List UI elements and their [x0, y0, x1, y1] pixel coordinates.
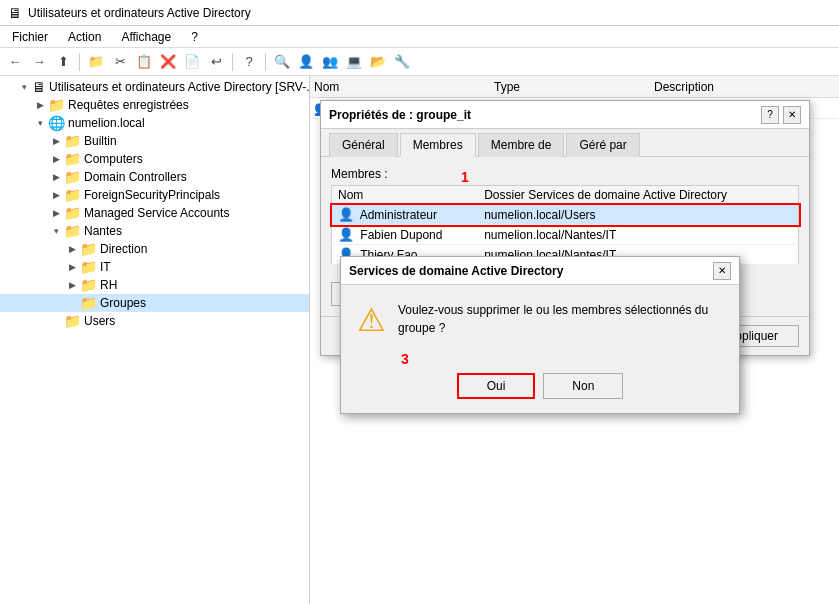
member-icon-admin: 👤: [338, 207, 354, 222]
expander-it[interactable]: ▶: [64, 262, 80, 272]
expander-builtin[interactable]: ▶: [48, 136, 64, 146]
tab-membre-de[interactable]: Membre de: [478, 133, 565, 157]
toolbar-user[interactable]: 👤: [295, 51, 317, 73]
confirm-body: ⚠ Voulez-vous supprimer le ou les membre…: [341, 285, 739, 351]
annotation-3: 3: [401, 351, 739, 367]
tree-label-users: Users: [84, 314, 115, 328]
dialog-help-btn[interactable]: ?: [761, 106, 779, 124]
tree-item-saved-queries[interactable]: ▶ 📁 Requêtes enregistrées: [0, 96, 309, 114]
confirm-message: Voulez-vous supprimer le ou les membres …: [398, 301, 708, 337]
expander-foreign[interactable]: ▶: [48, 190, 64, 200]
expander-nantes[interactable]: ▾: [48, 226, 64, 236]
tree-label-groupes: Groupes: [100, 296, 146, 310]
toolbar-copy[interactable]: 📋: [133, 51, 155, 73]
tree-label-computers: Computers: [84, 152, 143, 166]
menu-affichage[interactable]: Affichage: [113, 28, 179, 46]
toolbar: ← → ⬆ 📁 ✂ 📋 ❌ 📄 ↩ ? 🔍 👤 👥 💻 📂 🔧: [0, 48, 839, 76]
expander-root[interactable]: ▾: [16, 82, 32, 92]
tree-item-managed[interactable]: ▶ 📁 Managed Service Accounts: [0, 204, 309, 222]
tree-item-rh[interactable]: ▶ 📁 RH: [0, 276, 309, 294]
tree-item-domain-controllers[interactable]: ▶ 📁 Domain Controllers: [0, 168, 309, 186]
toolbar-help[interactable]: ?: [238, 51, 260, 73]
expander-saved[interactable]: ▶: [32, 100, 48, 110]
confirm-dialog: Services de domaine Active Directory ✕ ⚠…: [340, 256, 740, 414]
tab-bar: Général Membres Membre de Géré par: [321, 129, 809, 157]
toolbar-cut[interactable]: ✂: [109, 51, 131, 73]
member-row-fabien[interactable]: 👤 Fabien Dupond numelion.local/Nantes/IT: [332, 225, 799, 245]
toolbar-computer[interactable]: 💻: [343, 51, 365, 73]
toolbar-properties[interactable]: 📄: [181, 51, 203, 73]
managed-icon: 📁: [64, 205, 81, 221]
toolbar-back[interactable]: ←: [4, 51, 26, 73]
root-icon: 🖥: [32, 79, 46, 95]
title-bar: 🖥 Utilisateurs et ordinateurs Active Dir…: [0, 0, 839, 26]
toolbar-refresh[interactable]: ↩: [205, 51, 227, 73]
menu-bar: Fichier Action Affichage ?: [0, 26, 839, 48]
tab-general[interactable]: Général: [329, 133, 398, 157]
toolbar-group[interactable]: 👥: [319, 51, 341, 73]
numelion-icon: 🌐: [48, 115, 65, 131]
dialog-controls: ? ✕: [761, 106, 801, 124]
main-layout: ▾ 🖥 Utilisateurs et ordinateurs Active D…: [0, 76, 839, 604]
users-icon: 📁: [64, 313, 81, 329]
confirm-titlebar: Services de domaine Active Directory ✕: [341, 257, 739, 285]
tree-item-numelion[interactable]: ▾ 🌐 numelion.local: [0, 114, 309, 132]
toolbar-filter[interactable]: 🔧: [391, 51, 413, 73]
tree-label-foreign: ForeignSecurityPrincipals: [84, 188, 220, 202]
tree-item-computers[interactable]: ▶ 📁 Computers: [0, 150, 309, 168]
tree-item-builtin[interactable]: ▶ 📁 Builtin: [0, 132, 309, 150]
toolbar-up[interactable]: ⬆: [52, 51, 74, 73]
non-button[interactable]: Non: [543, 373, 623, 399]
dialog-close-btn[interactable]: ✕: [783, 106, 801, 124]
tree-label-direction: Direction: [100, 242, 147, 256]
tree-label-it: IT: [100, 260, 111, 274]
expander-direction[interactable]: ▶: [64, 244, 80, 254]
annotation-1: 1: [461, 169, 469, 185]
toolbar-ou[interactable]: 📂: [367, 51, 389, 73]
member-row-administrateur[interactable]: 👤 Administrateur numelion.local/Users: [332, 205, 799, 225]
toolbar-folder[interactable]: 📁: [85, 51, 107, 73]
menu-help[interactable]: ?: [183, 28, 206, 46]
tree-item-nantes[interactable]: ▾ 📁 Nantes: [0, 222, 309, 240]
expander-dc[interactable]: ▶: [48, 172, 64, 182]
confirm-close-btn[interactable]: ✕: [713, 262, 731, 280]
tree-item-direction[interactable]: ▶ 📁 Direction: [0, 240, 309, 258]
toolbar-search[interactable]: 🔍: [271, 51, 293, 73]
member-name-administrateur: 👤 Administrateur: [332, 205, 479, 225]
tree-item-groupes[interactable]: 📁 Groupes: [0, 294, 309, 312]
member-name-fabien: 👤 Fabien Dupond: [332, 225, 479, 245]
tab-membres[interactable]: Membres: [400, 133, 476, 157]
properties-titlebar: Propriétés de : groupe_it ? ✕: [321, 101, 809, 129]
tab-gere-par[interactable]: Géré par: [566, 133, 639, 157]
toolbar-delete[interactable]: ❌: [157, 51, 179, 73]
saved-queries-icon: 📁: [48, 97, 65, 113]
app-title: Utilisateurs et ordinateurs Active Direc…: [28, 6, 251, 20]
tree-item-root[interactable]: ▾ 🖥 Utilisateurs et ordinateurs Active D…: [0, 78, 309, 96]
tree-item-it[interactable]: ▶ 📁 IT: [0, 258, 309, 276]
app-icon: 🖥: [8, 5, 22, 21]
toolbar-forward[interactable]: →: [28, 51, 50, 73]
modal-overlay: Propriétés de : groupe_it ? ✕ Général Me…: [310, 76, 839, 604]
menu-action[interactable]: Action: [60, 28, 109, 46]
tree-label-managed: Managed Service Accounts: [84, 206, 229, 220]
toolbar-sep2: [232, 53, 233, 71]
tree-item-foreign[interactable]: ▶ 📁 ForeignSecurityPrincipals: [0, 186, 309, 204]
direction-icon: 📁: [80, 241, 97, 257]
expander-numelion[interactable]: ▾: [32, 118, 48, 128]
confirm-buttons: Oui Non: [341, 373, 739, 413]
oui-button[interactable]: Oui: [457, 373, 536, 399]
member-icon-fabien: 👤: [338, 227, 354, 242]
tree-label-dc: Domain Controllers: [84, 170, 187, 184]
menu-fichier[interactable]: Fichier: [4, 28, 56, 46]
expander-rh[interactable]: ▶: [64, 280, 80, 290]
expander-computers[interactable]: ▶: [48, 154, 64, 164]
expander-managed[interactable]: ▶: [48, 208, 64, 218]
groupes-icon: 📁: [80, 295, 97, 311]
tree-item-users[interactable]: 📁 Users: [0, 312, 309, 330]
nantes-icon: 📁: [64, 223, 81, 239]
tree-label-numelion: numelion.local: [68, 116, 145, 130]
members-table: Nom Dossier Services de domaine Active D…: [331, 185, 799, 265]
tree-label-saved: Requêtes enregistrées: [68, 98, 189, 112]
foreign-icon: 📁: [64, 187, 81, 203]
col-head-dossier: Dossier Services de domaine Active Direc…: [478, 186, 798, 205]
